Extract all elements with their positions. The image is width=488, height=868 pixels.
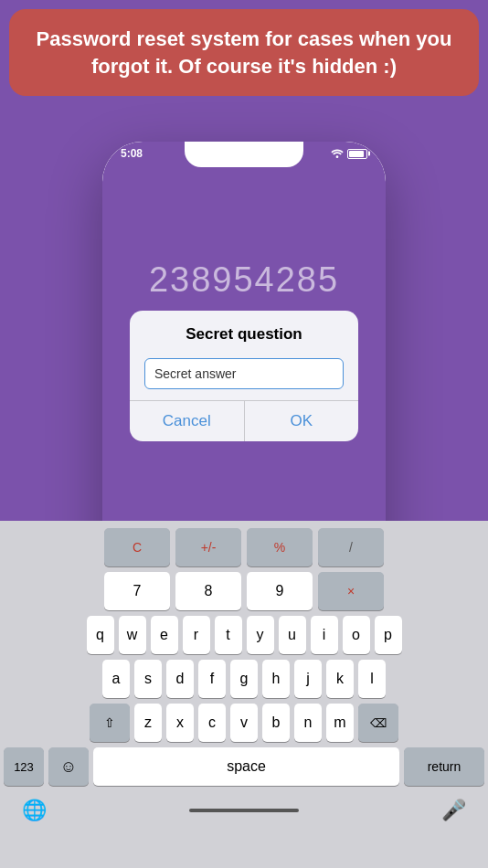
secret-question-dialog: Secret question Cancel OK — [130, 311, 358, 441]
key-i[interactable]: i — [311, 616, 338, 654]
home-bar — [189, 809, 299, 812]
big-number-display: 238954285 — [102, 260, 386, 300]
key-q[interactable]: q — [87, 616, 114, 654]
key-d[interactable]: d — [166, 660, 194, 698]
calc-row: C +/- % / — [4, 528, 484, 566]
key-s[interactable]: s — [134, 660, 162, 698]
key-c[interactable]: c — [198, 704, 226, 742]
key-plus-minus[interactable]: +/- — [175, 528, 241, 566]
dialog-input-wrap — [130, 353, 358, 400]
header-banner: Password reset system for cases when you… — [9, 9, 479, 96]
emoji-key[interactable]: ☺ — [48, 747, 89, 786]
key-l[interactable]: l — [358, 660, 386, 698]
key-8[interactable]: 8 — [175, 572, 241, 610]
cancel-button[interactable]: Cancel — [130, 401, 245, 441]
key-b[interactable]: b — [262, 704, 290, 742]
svg-point-0 — [336, 155, 339, 158]
key-g[interactable]: g — [230, 660, 258, 698]
header-text: Password reset system for cases when you… — [31, 26, 457, 79]
key-h[interactable]: h — [262, 660, 290, 698]
key-f[interactable]: f — [198, 660, 226, 698]
key-w[interactable]: w — [119, 616, 146, 654]
status-time: 5:08 — [121, 147, 143, 160]
key-z[interactable]: z — [134, 704, 162, 742]
key-divide[interactable]: / — [318, 528, 384, 566]
key-o[interactable]: o — [343, 616, 370, 654]
status-bar: 5:08 — [121, 147, 367, 160]
key-a[interactable]: a — [102, 660, 130, 698]
bottom-row: 123 ☺ space return — [4, 747, 484, 786]
status-icons — [331, 149, 367, 159]
key-n[interactable]: n — [294, 704, 322, 742]
key-t[interactable]: t — [215, 616, 242, 654]
globe-mic-row: 🌐 🎤 — [4, 791, 484, 826]
key-u[interactable]: u — [279, 616, 306, 654]
wifi-icon — [331, 149, 344, 158]
asdf-row: a s d f g h j k l — [4, 660, 484, 698]
globe-icon[interactable]: 🌐 — [22, 799, 47, 822]
qwerty-row: q w e r t y u i o p — [4, 616, 484, 654]
mic-icon[interactable]: 🎤 — [441, 799, 466, 822]
shift-key[interactable]: ⇧ — [90, 704, 130, 742]
secret-answer-input[interactable] — [144, 358, 344, 389]
return-key[interactable]: return — [404, 747, 484, 786]
key-e[interactable]: e — [151, 616, 178, 654]
key-v[interactable]: v — [230, 704, 258, 742]
dialog-title: Secret question — [130, 311, 358, 353]
key-k[interactable]: k — [326, 660, 354, 698]
keyboard-area: C +/- % / 7 8 9 × q w e r t y u i o p a … — [0, 521, 488, 826]
battery-icon — [347, 149, 367, 159]
ok-button[interactable]: OK — [245, 401, 359, 441]
key-y[interactable]: y — [247, 616, 274, 654]
key-m[interactable]: m — [326, 704, 354, 742]
key-C[interactable]: C — [104, 528, 170, 566]
dialog-buttons: Cancel OK — [130, 400, 358, 441]
num123-key[interactable]: 123 — [4, 747, 44, 786]
delete-key[interactable]: ⌫ — [358, 704, 398, 742]
key-r[interactable]: r — [183, 616, 210, 654]
num-row: 7 8 9 × — [4, 572, 484, 610]
key-multiply[interactable]: × — [318, 572, 384, 610]
zxcv-row: ⇧ z x c v b n m ⌫ — [4, 704, 484, 742]
key-x[interactable]: x — [166, 704, 194, 742]
key-p[interactable]: p — [375, 616, 402, 654]
key-7[interactable]: 7 — [104, 572, 170, 610]
key-j[interactable]: j — [294, 660, 322, 698]
key-9[interactable]: 9 — [247, 572, 313, 610]
key-percent[interactable]: % — [247, 528, 313, 566]
space-key[interactable]: space — [93, 747, 399, 786]
